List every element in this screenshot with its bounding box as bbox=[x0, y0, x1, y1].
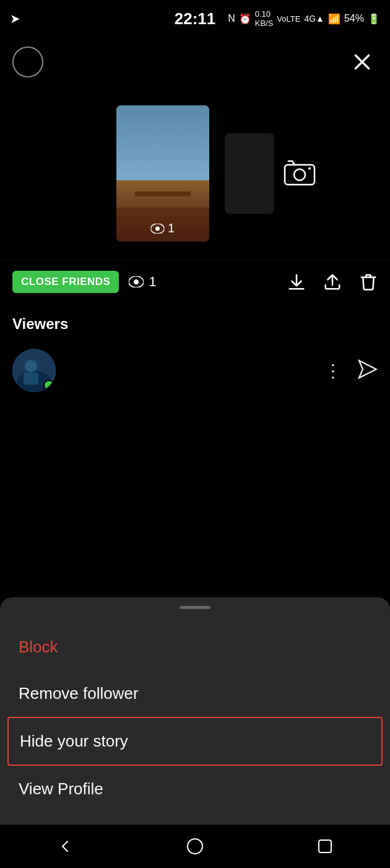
top-controls bbox=[0, 37, 390, 87]
viewer-row: ⋮ bbox=[12, 343, 378, 398]
story-thumbnail-dark bbox=[225, 133, 274, 214]
alarm-icon: ⏰ bbox=[239, 13, 251, 25]
camera-area[interactable] bbox=[284, 159, 316, 188]
location-icon: ➤ bbox=[10, 11, 20, 26]
svg-point-5 bbox=[294, 169, 305, 180]
viewer-actions: ⋮ bbox=[324, 359, 378, 382]
wifi-icon: 📶 bbox=[328, 13, 340, 25]
back-button[interactable] bbox=[56, 838, 74, 855]
download-icon[interactable] bbox=[287, 273, 306, 291]
viewers-label: Viewers bbox=[12, 315, 378, 333]
home-button[interactable] bbox=[186, 838, 204, 855]
svg-rect-17 bbox=[319, 840, 331, 853]
nfc-icon: N bbox=[228, 13, 235, 24]
story-views: 1 bbox=[150, 221, 175, 235]
nav-bar bbox=[0, 825, 390, 868]
viewers-section: Viewers ⋮ bbox=[0, 303, 390, 405]
bottom-sheet: Block Remove follower Hide your story Vi… bbox=[0, 597, 390, 825]
circle-button[interactable] bbox=[12, 46, 43, 77]
status-bar: ➤ 22:11 N ⏰ 0.10KB/S VoLTE 4G▲ 📶 54% 🔋 bbox=[0, 0, 390, 37]
close-button[interactable] bbox=[347, 46, 378, 77]
sheet-handle bbox=[180, 606, 210, 609]
story-thumbnail[interactable]: 1 bbox=[116, 105, 209, 242]
hide-story-item[interactable]: Hide your story bbox=[7, 717, 383, 766]
svg-point-3 bbox=[155, 226, 159, 230]
more-options-icon[interactable]: ⋮ bbox=[324, 361, 343, 381]
signal-icon: 0.10KB/S bbox=[255, 9, 274, 28]
remove-follower-item[interactable]: Remove follower bbox=[0, 670, 390, 717]
battery-icon: 🔋 bbox=[368, 13, 380, 25]
close-friends-badge: CLOSE FRIENDS bbox=[12, 271, 119, 293]
trash-icon[interactable] bbox=[359, 273, 378, 291]
viewer-avatar[interactable] bbox=[12, 349, 56, 392]
recents-button[interactable] bbox=[316, 838, 334, 855]
svg-point-13 bbox=[25, 360, 37, 372]
status-time: 22:11 bbox=[175, 9, 216, 28]
info-bar-actions bbox=[287, 273, 378, 291]
status-icons: N ⏰ 0.10KB/S VoLTE 4G▲ 📶 54% 🔋 bbox=[228, 9, 380, 28]
volte-icon: VoLTE bbox=[277, 14, 300, 24]
send-icon[interactable] bbox=[358, 359, 378, 382]
svg-point-16 bbox=[188, 839, 202, 854]
info-bar: CLOSE FRIENDS 1 bbox=[0, 260, 390, 303]
svg-marker-15 bbox=[359, 361, 376, 378]
status-left: ➤ bbox=[10, 11, 20, 26]
block-item[interactable]: Block bbox=[0, 624, 390, 670]
network-icon: 4G▲ bbox=[304, 14, 324, 24]
battery-text: 54% bbox=[344, 13, 364, 24]
story-preview: 1 bbox=[0, 87, 390, 260]
upload-icon[interactable] bbox=[323, 273, 342, 291]
svg-rect-14 bbox=[24, 372, 38, 385]
online-indicator bbox=[43, 380, 54, 391]
svg-point-8 bbox=[134, 279, 139, 284]
svg-point-6 bbox=[308, 167, 311, 170]
view-profile-item[interactable]: View Profile bbox=[0, 766, 390, 812]
views-count: 1 bbox=[129, 274, 156, 290]
